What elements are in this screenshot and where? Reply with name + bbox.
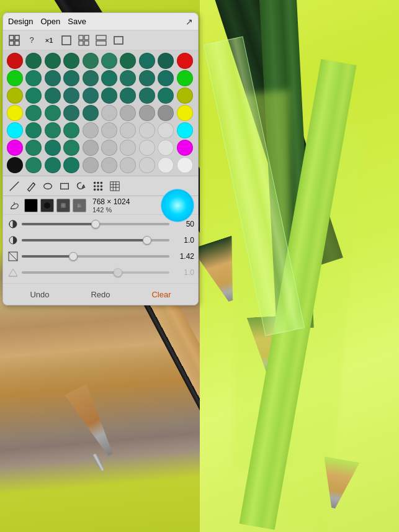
color-swatch-9[interactable]	[177, 53, 193, 69]
color-swatch-21[interactable]	[25, 88, 42, 104]
redo-button[interactable]: Redo	[86, 289, 115, 300]
brush-preset-3[interactable]	[56, 199, 70, 212]
help-button[interactable]: ?	[24, 33, 39, 48]
color-swatch-54[interactable]	[83, 140, 99, 156]
color-swatch-57[interactable]	[139, 140, 155, 156]
color-swatch-49[interactable]	[177, 122, 193, 138]
color-swatch-3[interactable]	[63, 53, 79, 69]
color-swatch-20[interactable]	[7, 88, 23, 104]
color-swatch-27[interactable]	[139, 88, 155, 104]
brush-preset-1[interactable]	[24, 199, 38, 212]
color-swatch-28[interactable]	[158, 88, 174, 104]
color-swatch-46[interactable]	[120, 122, 136, 138]
color-swatch-14[interactable]	[83, 70, 99, 86]
undo-button[interactable]: Undo	[25, 289, 54, 300]
menu-open[interactable]: Open	[40, 17, 60, 26]
color-swatch-17[interactable]	[139, 70, 155, 86]
grid-button[interactable]	[7, 33, 22, 48]
pattern-tool[interactable]	[91, 179, 105, 194]
lasso-tool[interactable]	[74, 179, 89, 194]
pencil-tool[interactable]	[24, 179, 38, 194]
color-swatch-38[interactable]	[158, 105, 174, 121]
smudge-tool[interactable]	[7, 198, 22, 213]
color-swatch-44[interactable]	[83, 122, 99, 138]
color-swatch-22[interactable]	[45, 88, 61, 104]
brush-preview-circle[interactable]	[161, 189, 194, 222]
color-swatch-52[interactable]	[45, 140, 61, 156]
flow-slider[interactable]	[22, 239, 169, 241]
color-swatch-10[interactable]	[7, 70, 23, 86]
color-swatch-34[interactable]	[83, 105, 99, 121]
color-swatch-31[interactable]	[25, 105, 42, 121]
menu-save[interactable]: Save	[68, 17, 86, 26]
color-swatch-50[interactable]	[7, 140, 23, 156]
color-swatch-63[interactable]	[63, 157, 79, 173]
color-swatch-2[interactable]	[45, 53, 61, 69]
color-swatch-36[interactable]	[120, 105, 136, 121]
angle-slider[interactable]	[22, 271, 169, 274]
clear-button[interactable]: Clear	[146, 289, 176, 300]
grid4-button[interactable]	[76, 33, 91, 48]
color-swatch-55[interactable]	[101, 140, 117, 156]
color-swatch-15[interactable]	[101, 70, 117, 86]
color-swatch-37[interactable]	[139, 105, 155, 121]
color-swatch-8[interactable]	[158, 53, 174, 69]
size-slider[interactable]	[22, 255, 169, 258]
expand-icon[interactable]: ↗	[186, 17, 193, 27]
zoom-button[interactable]: ×1	[42, 33, 56, 48]
color-swatch-59[interactable]	[177, 140, 193, 156]
color-swatch-16[interactable]	[120, 70, 136, 86]
color-swatch-5[interactable]	[101, 53, 117, 69]
color-swatch-29[interactable]	[177, 88, 193, 104]
texture-tool[interactable]	[107, 179, 122, 194]
color-swatch-67[interactable]	[139, 157, 155, 173]
color-swatch-51[interactable]	[25, 140, 42, 156]
color-swatch-26[interactable]	[120, 88, 136, 104]
color-swatch-53[interactable]	[63, 140, 79, 156]
color-swatch-41[interactable]	[25, 122, 42, 138]
color-swatch-13[interactable]	[63, 70, 79, 86]
color-swatch-33[interactable]	[63, 105, 79, 121]
color-swatch-23[interactable]	[63, 88, 79, 104]
color-swatch-43[interactable]	[63, 122, 79, 138]
color-swatch-69[interactable]	[177, 157, 193, 173]
color-swatch-66[interactable]	[120, 157, 136, 173]
color-swatch-25[interactable]	[101, 88, 117, 104]
single-button[interactable]	[111, 33, 126, 48]
color-swatch-64[interactable]	[83, 157, 99, 173]
color-swatch-42[interactable]	[45, 122, 61, 138]
ellipse-tool[interactable]	[40, 179, 55, 194]
color-swatch-30[interactable]	[7, 105, 23, 121]
color-swatch-47[interactable]	[139, 122, 155, 138]
brush-preset-4[interactable]	[73, 199, 86, 212]
color-swatch-7[interactable]	[139, 53, 155, 69]
color-swatch-58[interactable]	[158, 140, 174, 156]
color-swatch-60[interactable]	[7, 157, 23, 173]
brush-preset-2[interactable]	[40, 199, 54, 212]
color-swatch-0[interactable]	[7, 53, 23, 69]
color-swatch-24[interactable]	[83, 88, 99, 104]
color-swatch-4[interactable]	[83, 53, 99, 69]
color-swatch-32[interactable]	[45, 105, 61, 121]
opacity-slider[interactable]	[22, 223, 169, 225]
color-swatch-45[interactable]	[101, 122, 117, 138]
frame-button[interactable]	[59, 33, 74, 48]
color-swatch-39[interactable]	[177, 105, 193, 121]
color-swatch-68[interactable]	[158, 157, 174, 173]
color-swatch-6[interactable]	[120, 53, 136, 69]
color-swatch-35[interactable]	[101, 105, 117, 121]
color-swatch-1[interactable]	[25, 53, 42, 69]
color-swatch-61[interactable]	[25, 157, 42, 173]
line-tool[interactable]	[7, 179, 22, 194]
color-swatch-56[interactable]	[120, 140, 136, 156]
color-swatch-48[interactable]	[158, 122, 174, 138]
grid2-button[interactable]	[94, 33, 109, 48]
color-swatch-65[interactable]	[101, 157, 117, 173]
rectangle-tool[interactable]	[57, 179, 72, 194]
color-swatch-12[interactable]	[45, 70, 61, 86]
menu-design[interactable]: Design	[8, 17, 33, 26]
color-swatch-19[interactable]	[177, 70, 193, 86]
color-swatch-11[interactable]	[25, 70, 42, 86]
color-swatch-40[interactable]	[7, 122, 23, 138]
color-swatch-62[interactable]	[45, 157, 61, 173]
